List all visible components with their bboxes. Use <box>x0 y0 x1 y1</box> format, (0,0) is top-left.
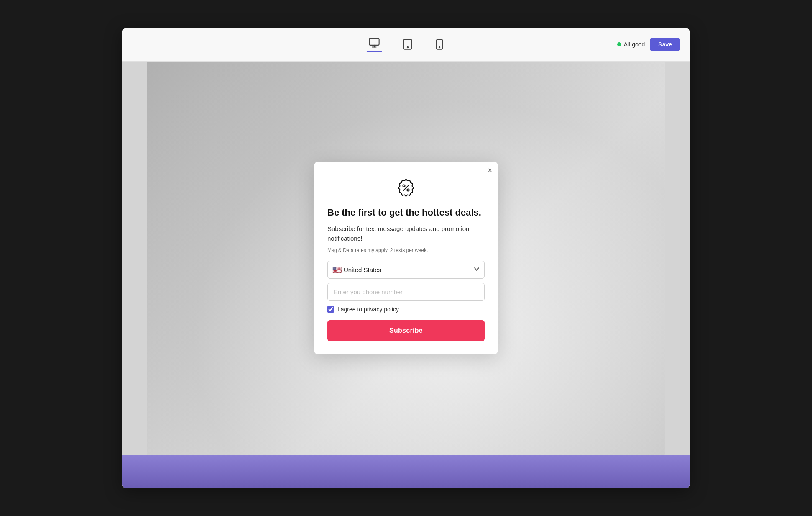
modal-dialog: × Be the first to get the ho <box>314 162 498 355</box>
status-indicator: All good <box>617 41 645 48</box>
canvas-area: × Be the first to get the ho <box>122 62 690 455</box>
modal-disclaimer: Msg & Data rates my apply. 2 texts per w… <box>327 247 485 253</box>
status-dot <box>617 42 621 46</box>
svg-point-7 <box>403 185 405 187</box>
svg-point-8 <box>407 189 409 191</box>
country-select-wrapper: 🇺🇸 United States Canada United Kingdom A… <box>327 261 485 279</box>
status-label: All good <box>624 41 645 48</box>
svg-point-4 <box>407 47 408 48</box>
canvas-inner: × Be the first to get the ho <box>147 62 665 455</box>
mobile-device-button[interactable] <box>430 35 449 54</box>
bottom-bar <box>122 455 690 488</box>
modal-subtitle: Subscribe for text message updates and p… <box>327 224 485 243</box>
modal-close-button[interactable]: × <box>488 167 492 174</box>
tablet-device-button[interactable] <box>398 35 417 54</box>
toolbar-right: All good Save <box>617 38 680 51</box>
svg-rect-0 <box>369 38 379 45</box>
modal-icon-container <box>327 177 485 200</box>
modal-overlay: × Be the first to get the ho <box>147 62 665 455</box>
subscribe-button[interactable]: Subscribe <box>327 320 485 341</box>
desktop-device-button[interactable] <box>363 33 385 56</box>
modal-title: Be the first to get the hottest deals. <box>327 207 485 219</box>
discount-tag-icon <box>395 177 417 198</box>
privacy-checkbox[interactable] <box>327 306 334 313</box>
privacy-label: I agree to privacy policy <box>337 306 399 313</box>
country-select[interactable]: United States Canada United Kingdom Aust… <box>327 261 485 279</box>
device-icons <box>363 33 449 56</box>
svg-point-6 <box>439 47 440 48</box>
phone-input[interactable] <box>327 283 485 301</box>
save-button[interactable]: Save <box>650 38 680 51</box>
toolbar: All good Save <box>122 28 690 62</box>
svg-line-9 <box>403 185 409 190</box>
privacy-row: I agree to privacy policy <box>327 306 485 313</box>
browser-window: All good Save × <box>122 28 690 488</box>
